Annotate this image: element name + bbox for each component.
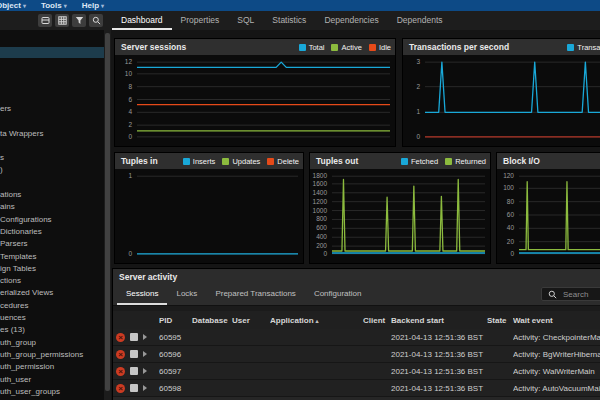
browser-toolbar bbox=[38, 14, 103, 27]
activity-tab-locks[interactable]: Locks bbox=[167, 284, 206, 305]
legend-label: Returned bbox=[455, 157, 486, 166]
tree-item[interactable]: uth_group bbox=[0, 337, 104, 349]
tab-statistics[interactable]: Statistics bbox=[263, 11, 315, 30]
series-line bbox=[519, 182, 600, 250]
axis-tick-label: 1200 bbox=[313, 198, 327, 205]
tree-item[interactable]: Dictionaries bbox=[0, 226, 104, 238]
chart-area: 3210 bbox=[403, 55, 600, 146]
column-header-state[interactable]: State bbox=[487, 316, 513, 325]
series-line bbox=[332, 179, 485, 251]
tree-item[interactable]: uth_permission bbox=[0, 361, 104, 373]
axis-tick-label: 0 bbox=[323, 251, 327, 258]
column-header-application[interactable]: Application▴ bbox=[270, 316, 363, 325]
server-activity-tabbar: SessionsLocksPrepared TransactionsConfig… bbox=[113, 284, 600, 306]
tree-item[interactable]: cedures bbox=[0, 300, 104, 312]
terminate-session-icon[interactable]: × bbox=[116, 367, 125, 376]
panel-header: Block I/O bbox=[497, 153, 600, 169]
legend-swatch bbox=[222, 158, 229, 165]
panel-title: Tuples in bbox=[115, 156, 158, 166]
chart-area: 120100806040200 bbox=[497, 169, 600, 263]
table-row[interactable]: ×605962021-04-13 12:51:36 BSTActivity: B… bbox=[113, 346, 600, 363]
menu-label: Tools bbox=[41, 1, 62, 10]
scrollbar-thumb[interactable] bbox=[105, 33, 110, 391]
tree-item[interactable]: ations bbox=[0, 189, 104, 201]
column-header-backend-start[interactable]: Backend start bbox=[391, 316, 487, 325]
series-line bbox=[137, 62, 390, 67]
column-header-user[interactable]: User bbox=[232, 316, 270, 325]
tree-item[interactable]: ta Wrappers bbox=[0, 128, 104, 140]
sort-ascending-icon: ▴ bbox=[316, 318, 319, 324]
panel-title: Tuples out bbox=[310, 156, 358, 166]
axis-tick-label: 3 bbox=[416, 59, 420, 66]
terminate-session-icon[interactable]: × bbox=[116, 350, 125, 359]
tab-sql[interactable]: SQL bbox=[228, 11, 263, 30]
expand-row-icon[interactable] bbox=[143, 385, 147, 391]
tree-item[interactable]: ains bbox=[0, 201, 104, 213]
chart-legend: FetchedReturned bbox=[401, 157, 490, 166]
tree-selected-row[interactable] bbox=[0, 47, 104, 58]
filter-icon[interactable] bbox=[72, 14, 86, 27]
menu-help[interactable]: Help▾ bbox=[82, 1, 104, 10]
search-icon[interactable] bbox=[89, 14, 103, 27]
chevron-down-icon: ▾ bbox=[64, 2, 67, 9]
tab-properties[interactable]: Properties bbox=[172, 11, 229, 30]
cancel-query-icon[interactable] bbox=[130, 384, 138, 392]
cell-wait-event: Activity: AutoVacuumMain bbox=[513, 384, 600, 393]
column-header-pid[interactable]: PID bbox=[159, 316, 192, 325]
axis-tick-label: 1 bbox=[416, 109, 420, 116]
tree-item[interactable]: Templates bbox=[0, 251, 104, 263]
chart-legend: InsertsUpdatesDelete bbox=[183, 157, 303, 166]
search-input[interactable]: Search bbox=[541, 287, 600, 301]
menu-tools[interactable]: Tools▾ bbox=[41, 1, 67, 10]
browser-tree: ersta Wrapperss)ationsainsConfigurations… bbox=[0, 103, 104, 398]
tree-item[interactable]: uth_user_groups bbox=[0, 386, 104, 398]
tree-item[interactable]: ers bbox=[0, 103, 104, 115]
row-actions: × bbox=[113, 384, 159, 393]
storage-icon[interactable] bbox=[38, 14, 52, 27]
activity-tab-prepared-transactions[interactable]: Prepared Transactions bbox=[206, 284, 305, 305]
panel-title: Transactions per second bbox=[403, 42, 509, 52]
tree-item[interactable]: Parsers bbox=[0, 238, 104, 250]
menu-object[interactable]: Object▾ bbox=[0, 1, 26, 10]
table-row[interactable]: ×605952021-04-13 12:51:36 BSTActivity: C… bbox=[113, 329, 600, 346]
series-line bbox=[425, 62, 600, 112]
tree-item[interactable]: s bbox=[0, 152, 104, 164]
tree-item[interactable]: uences bbox=[0, 312, 104, 324]
column-header-database[interactable]: Database bbox=[192, 316, 232, 325]
tree-item[interactable]: ) bbox=[0, 164, 104, 176]
cancel-query-icon[interactable] bbox=[130, 350, 138, 358]
tree-item[interactable]: ctions bbox=[0, 275, 104, 287]
tab-dashboard[interactable]: Dashboard bbox=[112, 11, 172, 30]
chevron-down-icon: ▾ bbox=[101, 2, 104, 9]
column-header-client[interactable]: Client bbox=[363, 316, 391, 325]
column-header-wait-event[interactable]: Wait event bbox=[513, 316, 600, 325]
activity-tab-configuration[interactable]: Configuration bbox=[305, 284, 371, 305]
expand-row-icon[interactable] bbox=[143, 334, 147, 340]
cancel-query-icon[interactable] bbox=[130, 367, 138, 375]
cancel-query-icon[interactable] bbox=[130, 333, 138, 341]
legend-swatch bbox=[331, 44, 338, 51]
table-row[interactable]: ×605972021-04-13 12:51:36 BSTActivity: W… bbox=[113, 363, 600, 380]
tree-item[interactable]: es (13) bbox=[0, 324, 104, 336]
tree-item[interactable]: ign Tables bbox=[0, 263, 104, 275]
legend-label: Idle bbox=[379, 43, 391, 52]
row-actions: × bbox=[113, 367, 159, 376]
expand-row-icon[interactable] bbox=[143, 351, 147, 357]
grid-icon[interactable] bbox=[55, 14, 69, 27]
table-row[interactable]: ×605982021-04-13 12:51:36 BSTActivity: A… bbox=[113, 380, 600, 397]
tab-dependents[interactable]: Dependents bbox=[388, 11, 452, 30]
tree-item[interactable]: uth_user bbox=[0, 374, 104, 386]
sidebar-scrollbar[interactable] bbox=[104, 30, 111, 400]
legend-swatch bbox=[183, 158, 190, 165]
chart-legend: Transactions bbox=[567, 43, 600, 52]
tree-item[interactable]: erialized Views bbox=[0, 287, 104, 299]
tree-item[interactable]: uth_group_permissions bbox=[0, 349, 104, 361]
tree-item[interactable]: Configurations bbox=[0, 214, 104, 226]
terminate-session-icon[interactable]: × bbox=[116, 333, 125, 342]
activity-tab-sessions[interactable]: Sessions bbox=[117, 284, 167, 305]
terminate-session-icon[interactable]: × bbox=[116, 384, 125, 393]
tab-dependencies[interactable]: Dependencies bbox=[315, 11, 387, 30]
expand-row-icon[interactable] bbox=[143, 368, 147, 374]
cell-pid: 60598 bbox=[159, 384, 192, 393]
server-activity-title: Server activity bbox=[113, 272, 177, 282]
